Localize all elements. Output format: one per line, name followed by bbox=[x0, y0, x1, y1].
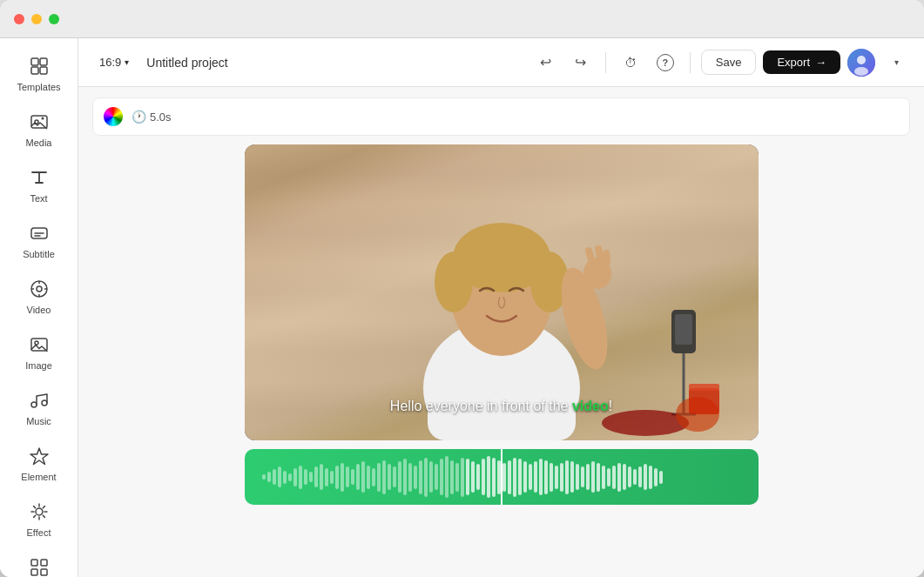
toolbar-divider bbox=[605, 52, 606, 73]
aspect-ratio-label: 16:9 bbox=[99, 56, 121, 69]
maximize-button[interactable] bbox=[49, 14, 59, 24]
duration-value: 5.0s bbox=[150, 111, 172, 124]
sidebar-item-templates[interactable]: Templates bbox=[9, 47, 70, 99]
subtitle-icon bbox=[27, 221, 51, 245]
redo-icon: ↪ bbox=[575, 54, 586, 70]
image-label: Image bbox=[25, 360, 52, 371]
svg-point-25 bbox=[854, 67, 868, 76]
video-label: Video bbox=[27, 305, 51, 315]
templates-label: Templates bbox=[17, 82, 60, 92]
export-label: Export bbox=[777, 56, 810, 69]
aspect-ratio-button[interactable]: 16:9 ▾ bbox=[92, 52, 136, 72]
sidebar-item-effect[interactable]: Effect bbox=[9, 493, 70, 545]
export-button[interactable]: Export → bbox=[763, 50, 840, 74]
sidebar-item-music[interactable]: Music bbox=[9, 381, 70, 433]
svg-rect-19 bbox=[31, 560, 37, 566]
mac-window: Templates Media bbox=[0, 0, 924, 577]
toolbar: 16:9 ▾ Untitled project ↩ ↪ ⏱ bbox=[78, 38, 924, 87]
music-label: Music bbox=[26, 416, 51, 426]
redo-button[interactable]: ↪ bbox=[567, 49, 595, 77]
svg-point-31 bbox=[435, 252, 473, 312]
close-button[interactable] bbox=[14, 14, 24, 24]
minimize-button[interactable] bbox=[31, 14, 42, 24]
sidebar-item-text[interactable]: Text bbox=[9, 158, 70, 211]
svg-point-15 bbox=[35, 341, 38, 345]
project-title[interactable]: Untitled project bbox=[146, 56, 227, 70]
svg-rect-20 bbox=[31, 569, 37, 575]
svg-rect-45 bbox=[689, 384, 719, 391]
account-chevron-button[interactable]: ▾ bbox=[882, 49, 910, 77]
chevron-down-icon: ▾ bbox=[125, 57, 129, 67]
svg-point-18 bbox=[36, 508, 43, 515]
sidebar-item-media[interactable]: Media bbox=[9, 103, 70, 155]
sidebar-item-subtitle[interactable]: Subtitle bbox=[9, 214, 70, 266]
help-button[interactable]: ? bbox=[651, 49, 679, 77]
svg-point-24 bbox=[857, 56, 866, 64]
svg-point-6 bbox=[41, 117, 44, 120]
avatar[interactable] bbox=[847, 49, 875, 77]
subtitle-label: Subtitle bbox=[23, 249, 55, 259]
svg-rect-21 bbox=[41, 560, 47, 566]
svg-line-36 bbox=[598, 249, 600, 258]
video-canvas: Hello everyone in front of the video! bbox=[245, 144, 759, 440]
subtitle-text: Hello everyone in front of the bbox=[390, 399, 572, 413]
audio-track[interactable] bbox=[245, 449, 759, 505]
templates-icon bbox=[27, 54, 51, 78]
person-svg bbox=[245, 144, 759, 440]
sidebar-item-image[interactable]: Image bbox=[9, 325, 70, 378]
svg-point-42 bbox=[602, 410, 689, 436]
svg-rect-0 bbox=[31, 58, 38, 65]
effect-icon bbox=[27, 500, 51, 524]
svg-rect-39 bbox=[675, 314, 692, 345]
timer-icon: ⏱ bbox=[624, 56, 637, 70]
editor-area: 🕐 5.0s bbox=[78, 87, 924, 577]
playhead bbox=[501, 449, 502, 505]
element-icon bbox=[27, 444, 51, 468]
toolbar-actions: ↩ ↪ ⏱ ? Save Export bbox=[532, 49, 910, 77]
tools-icon bbox=[27, 555, 51, 577]
clock-icon: 🕐 bbox=[132, 110, 146, 124]
undo-icon: ↩ bbox=[540, 54, 551, 70]
svg-rect-27 bbox=[428, 353, 576, 440]
timer-button[interactable]: ⏱ bbox=[617, 49, 644, 77]
svg-line-35 bbox=[589, 251, 591, 259]
toolbar-divider-2 bbox=[690, 52, 691, 73]
svg-rect-2 bbox=[31, 67, 38, 74]
subtitle-end: ! bbox=[609, 399, 612, 413]
export-arrow-icon: → bbox=[815, 56, 826, 69]
timeline-strip: 🕐 5.0s bbox=[92, 97, 910, 136]
undo-button[interactable]: ↩ bbox=[532, 49, 560, 77]
subtitle-highlight: video bbox=[572, 399, 609, 413]
svg-rect-44 bbox=[689, 388, 719, 414]
traffic-lights bbox=[14, 14, 59, 24]
help-icon: ? bbox=[657, 54, 674, 71]
image-icon bbox=[27, 332, 51, 357]
sidebar-item-video[interactable]: Video bbox=[9, 270, 70, 322]
media-icon bbox=[27, 110, 51, 134]
save-button[interactable]: Save bbox=[701, 50, 757, 75]
svg-point-17 bbox=[42, 400, 47, 406]
title-bar bbox=[0, 0, 924, 38]
music-icon bbox=[27, 388, 51, 413]
app-body: Templates Media bbox=[0, 38, 924, 577]
svg-point-9 bbox=[37, 286, 42, 292]
svg-point-16 bbox=[31, 402, 37, 407]
svg-rect-22 bbox=[41, 569, 47, 575]
element-label: Element bbox=[21, 472, 56, 482]
sidebar: Templates Media bbox=[0, 38, 78, 577]
duration-badge: 🕐 5.0s bbox=[132, 110, 172, 124]
media-label: Media bbox=[26, 138, 52, 148]
sidebar-item-element[interactable]: Element bbox=[9, 437, 70, 489]
svg-rect-1 bbox=[40, 58, 47, 65]
color-wheel-icon bbox=[104, 107, 123, 126]
chevron-down-icon-account: ▾ bbox=[894, 57, 899, 67]
video-icon bbox=[27, 277, 51, 301]
effect-label: Effect bbox=[27, 527, 51, 538]
main-content: 16:9 ▾ Untitled project ↩ ↪ ⏱ bbox=[78, 38, 924, 577]
text-label: Text bbox=[30, 193, 47, 204]
text-icon bbox=[27, 165, 51, 190]
subtitle-overlay: Hello everyone in front of the video! bbox=[390, 399, 612, 414]
svg-line-37 bbox=[606, 253, 607, 262]
svg-rect-3 bbox=[40, 67, 47, 74]
sidebar-item-tools[interactable]: Tools bbox=[9, 548, 70, 577]
